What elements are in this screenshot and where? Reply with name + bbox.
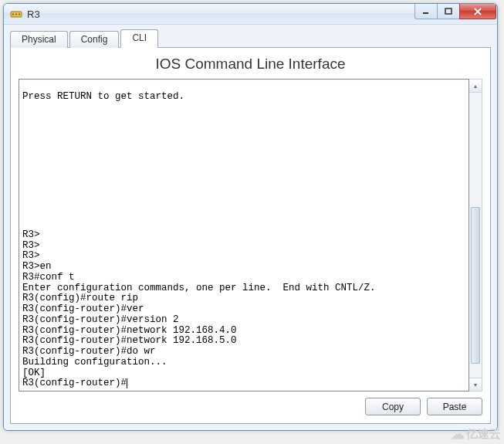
cli-panel: IOS Command Line Interface Press RETURN …	[10, 47, 491, 424]
minimize-icon	[422, 8, 430, 15]
titlebar[interactable]: R3	[4, 4, 497, 25]
content-area: Physical Config CLI IOS Command Line Int…	[4, 25, 497, 430]
tab-cli[interactable]: CLI	[120, 29, 158, 48]
svg-point-1	[12, 14, 14, 15]
scroll-up-button[interactable]: ▴	[469, 80, 482, 93]
scroll-down-button[interactable]: ▾	[469, 378, 482, 391]
paste-button[interactable]: Paste	[427, 398, 482, 415]
terminal[interactable]: Press RETURN to get started. R3> R3> R3>…	[19, 79, 469, 391]
terminal-output: Press RETURN to get started. R3> R3> R3>…	[22, 91, 376, 388]
tab-physical[interactable]: Physical	[10, 31, 68, 48]
tab-config[interactable]: Config	[69, 31, 120, 48]
button-row: Copy Paste	[19, 391, 482, 415]
copy-button[interactable]: Copy	[365, 398, 421, 415]
tab-strip: Physical Config CLI	[10, 29, 491, 48]
scroll-thumb[interactable]	[471, 207, 480, 364]
scroll-track[interactable]	[469, 93, 482, 378]
window-controls	[415, 4, 496, 19]
app-window: R3 Physical Config CLI IOS Command Line …	[3, 3, 498, 431]
maximize-button[interactable]	[437, 4, 460, 19]
chevron-down-icon: ▾	[474, 381, 477, 388]
svg-point-3	[19, 14, 20, 15]
minimize-button[interactable]	[414, 4, 438, 19]
terminal-cursor	[127, 378, 127, 388]
vertical-scrollbar[interactable]: ▴ ▾	[469, 79, 482, 391]
terminal-container: Press RETURN to get started. R3> R3> R3>…	[19, 79, 482, 391]
maximize-icon	[445, 8, 452, 15]
panel-title: IOS Command Line Interface	[19, 53, 482, 79]
close-button[interactable]	[459, 4, 496, 19]
window-title: R3	[27, 8, 415, 20]
app-icon	[10, 8, 22, 20]
svg-rect-5	[445, 8, 452, 14]
close-icon	[473, 8, 482, 15]
chevron-up-icon: ▴	[474, 83, 477, 90]
svg-point-2	[15, 14, 17, 15]
